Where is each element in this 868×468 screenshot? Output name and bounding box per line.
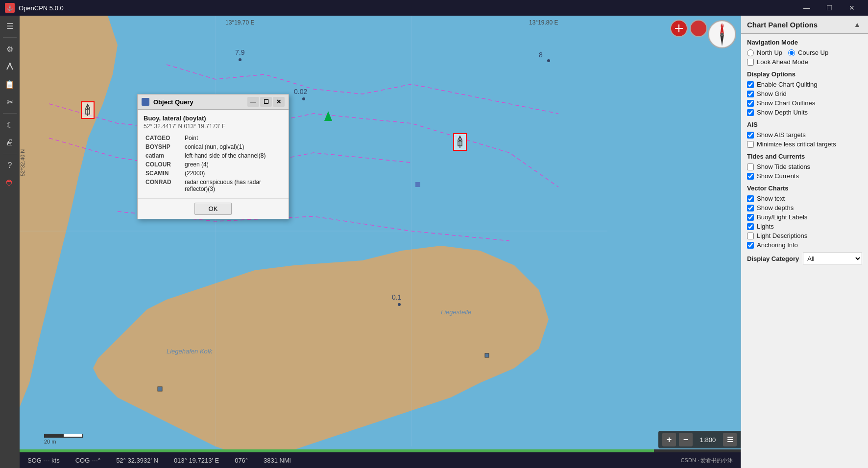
show-outlines-checkbox[interactable] bbox=[747, 100, 754, 107]
cog-deg-display: 076° bbox=[235, 457, 248, 464]
zoom-out-button[interactable]: − bbox=[679, 433, 693, 446]
enable-quilting-checkbox[interactable] bbox=[747, 81, 754, 88]
buoy-labels-row: Buoy/Light Labels bbox=[747, 213, 862, 221]
compass[interactable]: N bbox=[707, 20, 737, 49]
svg-point-5 bbox=[302, 97, 305, 100]
map-area[interactable]: 7.9 0.02 8 0.1 13°19.70 E 13°19.80 E 52°… bbox=[20, 16, 741, 468]
svg-point-3 bbox=[239, 58, 241, 61]
show-depths-checkbox[interactable] bbox=[747, 205, 754, 211]
buoy-marker-right[interactable] bbox=[453, 133, 467, 151]
svg-text:7.9: 7.9 bbox=[235, 48, 245, 56]
minimize-ais-checkbox[interactable] bbox=[747, 141, 754, 148]
svg-text:0.02: 0.02 bbox=[294, 88, 307, 95]
gps-status-icon[interactable] bbox=[670, 20, 688, 37]
lights-checkbox[interactable] bbox=[747, 223, 754, 230]
svg-point-29 bbox=[721, 33, 723, 36]
object-query-dialog: Object Query — ☐ ✕ Buoy, lateral (boylat… bbox=[137, 94, 289, 219]
zoom-controls: + − 1:800 ☰ bbox=[658, 431, 741, 448]
enable-quilting-row: Enable Chart Quilting bbox=[747, 81, 862, 88]
table-row: catlamleft-hand side of the channel(8) bbox=[144, 151, 283, 160]
show-text-checkbox[interactable] bbox=[747, 195, 754, 202]
log-button[interactable]: 📋 bbox=[1, 76, 18, 93]
show-text-label: Show text bbox=[757, 195, 785, 202]
chart-panel-body[interactable]: Navigation Mode North Up Course Up Look … bbox=[741, 34, 868, 468]
table-row: SCAMIN(22000) bbox=[144, 169, 283, 178]
lights-row: Lights bbox=[747, 223, 862, 230]
buoy-labels-checkbox[interactable] bbox=[747, 214, 754, 221]
object-query-footer: OK bbox=[138, 198, 289, 219]
buoy-labels-label: Buoy/Light Labels bbox=[757, 213, 807, 221]
svg-point-0 bbox=[9, 63, 11, 65]
minimize-button[interactable]: — bbox=[796, 0, 818, 16]
app-icon: ⚓ bbox=[5, 3, 15, 13]
zoom-scale-label: 1:800 bbox=[696, 436, 720, 444]
show-depths-label: Show depths bbox=[757, 204, 794, 211]
scale-bar: 20 m bbox=[44, 434, 83, 445]
show-ais-checkbox[interactable] bbox=[747, 132, 754, 139]
vector-charts-title: Vector Charts bbox=[747, 185, 862, 192]
left-toolbar: ☰ ⚙ 📋 ✂ ☾ 🖨 ? ⛑ bbox=[0, 16, 20, 468]
layer-button[interactable]: ☰ bbox=[723, 433, 737, 446]
svg-point-9 bbox=[398, 303, 401, 306]
ok-button[interactable]: OK bbox=[194, 203, 232, 215]
print-button[interactable]: 🖨 bbox=[1, 134, 18, 151]
chart-panel-collapse-button[interactable]: ▲ bbox=[852, 20, 862, 29]
watermark: CSDN · 爱看书的小沐 bbox=[307, 457, 733, 464]
show-grid-checkbox[interactable] bbox=[747, 91, 754, 97]
anchoring-row: Anchoring Info bbox=[747, 241, 862, 249]
show-tide-label: Show Tide stations bbox=[757, 163, 810, 170]
zoom-in-button[interactable]: + bbox=[662, 433, 676, 446]
nav-dots bbox=[670, 20, 707, 37]
show-depth-units-label: Show Depth Units bbox=[757, 109, 808, 116]
show-currents-checkbox[interactable] bbox=[747, 173, 754, 180]
nav-mode-course-up: Course Up bbox=[788, 49, 828, 56]
close-button[interactable]: ✕ bbox=[841, 0, 863, 16]
show-tide-checkbox[interactable] bbox=[747, 164, 754, 170]
table-row: COLOURgreen (4) bbox=[144, 160, 283, 169]
menu-button[interactable]: ☰ bbox=[1, 18, 18, 34]
display-options-title: Display Options bbox=[747, 70, 862, 78]
oq-minimize-button[interactable]: — bbox=[247, 97, 259, 107]
look-ahead-checkbox[interactable] bbox=[747, 59, 754, 66]
buoy-marker-left[interactable] bbox=[81, 101, 95, 119]
emergency-button[interactable]: ⛑ bbox=[1, 175, 18, 191]
titlebar: ⚓ OpenCPN 5.0.0 — ☐ ✕ bbox=[0, 0, 868, 16]
help-button[interactable]: ? bbox=[1, 157, 18, 174]
show-tide-row: Show Tide stations bbox=[747, 163, 862, 170]
course-up-radio[interactable] bbox=[788, 49, 795, 56]
minimize-ais-row: Minimize less critical targets bbox=[747, 140, 862, 148]
show-currents-row: Show Currents bbox=[747, 172, 862, 180]
light-desc-label: Light Descriptions bbox=[757, 232, 807, 239]
minimize-ais-label: Minimize less critical targets bbox=[757, 140, 836, 148]
sog-display: SOG --- kts bbox=[27, 457, 60, 464]
light-desc-checkbox[interactable] bbox=[747, 233, 754, 239]
show-depth-units-checkbox[interactable] bbox=[747, 109, 754, 116]
show-text-row: Show text bbox=[747, 195, 862, 202]
object-query-table: CATGEOPoint BOYSHPconical (nun, ogival)(… bbox=[144, 134, 283, 193]
oq-maximize-button[interactable]: ☐ bbox=[260, 97, 272, 107]
enable-quilting-label: Enable Chart Quilting bbox=[757, 81, 818, 88]
map-svg: 7.9 0.02 8 0.1 13°19.70 E 13°19.80 E 52°… bbox=[20, 16, 741, 468]
show-ais-label: Show AIS targets bbox=[757, 131, 806, 139]
maximize-button[interactable]: ☐ bbox=[818, 0, 841, 16]
oq-close-button[interactable]: ✕ bbox=[273, 97, 285, 107]
app-title: OpenCPN 5.0.0 bbox=[19, 4, 796, 12]
ais-status-icon[interactable] bbox=[690, 20, 707, 37]
display-category-dropdown[interactable]: All Base Standard Other bbox=[803, 253, 862, 264]
night-mode-button[interactable]: ☾ bbox=[1, 117, 18, 133]
svg-text:52°32.40 N: 52°32.40 N bbox=[20, 149, 25, 176]
scale-bar-label: 20 m bbox=[44, 439, 56, 445]
svg-text:Liegehafen Kolk: Liegehafen Kolk bbox=[167, 348, 213, 355]
svg-rect-20 bbox=[158, 387, 162, 391]
cog-display: COG ---° bbox=[75, 457, 100, 464]
light-desc-row: Light Descriptions bbox=[747, 232, 862, 239]
anchoring-label: Anchoring Info bbox=[757, 241, 798, 249]
toolbar-separator bbox=[3, 37, 17, 38]
north-up-radio[interactable] bbox=[747, 49, 754, 56]
anchoring-checkbox[interactable] bbox=[747, 242, 754, 249]
chart-panel: Chart Panel Options ▲ Navigation Mode No… bbox=[741, 16, 868, 468]
scissors-button[interactable]: ✂ bbox=[1, 94, 18, 110]
object-query-title: Object Query bbox=[153, 98, 243, 106]
settings-button[interactable]: ⚙ bbox=[1, 41, 18, 57]
route-button[interactable] bbox=[1, 58, 18, 75]
